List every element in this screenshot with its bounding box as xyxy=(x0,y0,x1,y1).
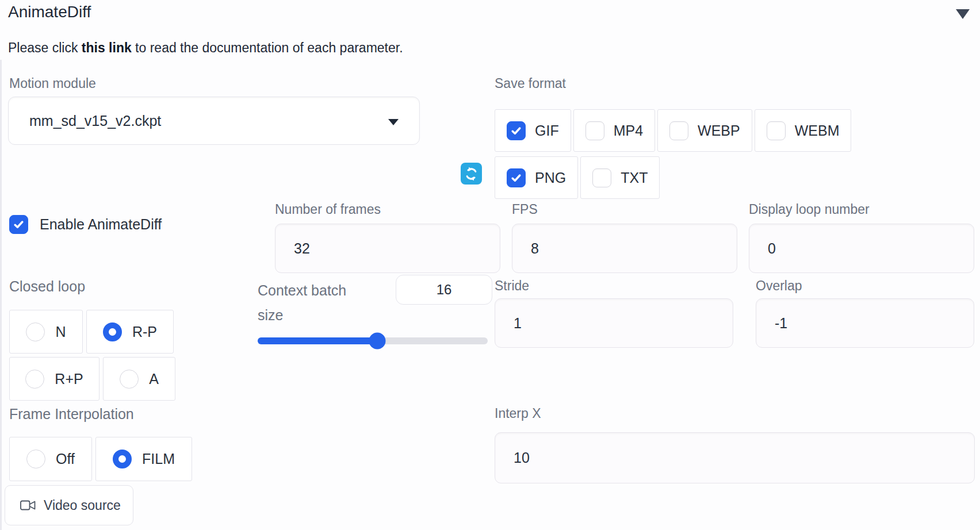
save-format-label: Save format xyxy=(495,76,566,91)
video-camera-icon xyxy=(20,500,36,510)
doc-link[interactable]: this link xyxy=(82,40,132,55)
slider-thumb[interactable] xyxy=(369,333,386,350)
refresh-motion-modules-button[interactable] xyxy=(461,163,482,185)
checkbox-label-txt: TXT xyxy=(621,170,648,186)
context-batch-size-slider[interactable] xyxy=(258,332,488,350)
number-of-frames-input[interactable] xyxy=(275,224,500,273)
panel-left-border xyxy=(0,60,2,530)
frame-interpolation-label: Frame Interpolation xyxy=(9,406,134,423)
refresh-cycle-icon xyxy=(464,166,479,182)
video-source-label: Video source xyxy=(44,498,121,513)
radio-label-a: A xyxy=(149,371,159,387)
interp-x-label: Interp X xyxy=(495,406,541,421)
fps-input[interactable] xyxy=(512,224,737,273)
checkbox-webp xyxy=(669,121,688,140)
radio-r-p xyxy=(103,322,122,341)
closed-loop-row-1: N R-P xyxy=(9,310,174,354)
radio-label-film: FILM xyxy=(142,451,175,467)
context-batch-size-number-input[interactable] xyxy=(396,275,492,305)
closed-loop-row-2: R+P A xyxy=(9,357,175,401)
checkbox-label-png: PNG xyxy=(535,170,566,186)
checkbox-png xyxy=(507,168,526,187)
overlap-label: Overlap xyxy=(756,278,802,294)
save-format-option-gif[interactable]: GIF xyxy=(495,109,571,152)
checkbox-label-webp: WEBP xyxy=(698,122,740,139)
context-batch-size-label: Context batch size xyxy=(258,278,367,328)
enable-animatediff-label: Enable AnimateDiff xyxy=(40,216,162,233)
save-format-option-webm[interactable]: WEBM xyxy=(755,109,852,152)
radio-off xyxy=(26,450,45,468)
frame-interpolation-option-film[interactable]: FILM xyxy=(95,437,192,481)
slider-fill xyxy=(258,337,377,344)
checkbox-gif xyxy=(507,121,526,140)
radio-label-off: Off xyxy=(56,451,75,467)
save-format-row-2: PNG TXT xyxy=(495,156,660,199)
closed-loop-option-r-p[interactable]: R-P xyxy=(86,310,174,354)
closed-loop-option-n[interactable]: N xyxy=(9,310,83,354)
doc-prefix: Please click xyxy=(8,40,82,55)
motion-module-value: mm_sd_v15_v2.ckpt xyxy=(29,113,161,129)
radio-label-r-p: R-P xyxy=(132,324,157,340)
frame-interpolation-row: Off FILM xyxy=(9,437,192,481)
stride-label: Stride xyxy=(495,278,529,294)
overlap-input[interactable] xyxy=(756,298,974,348)
interp-x-input[interactable] xyxy=(495,432,975,483)
fps-label: FPS xyxy=(512,202,538,217)
radio-n xyxy=(26,322,45,341)
closed-loop-option-r-plus-p[interactable]: R+P xyxy=(9,357,99,401)
enable-animatediff-checkbox[interactable]: Enable AnimateDiff xyxy=(9,215,162,234)
closed-loop-option-a[interactable]: A xyxy=(103,357,175,401)
animatediff-panel: AnimateDiff Please click this link to re… xyxy=(0,0,980,530)
doc-line: Please click this link to read the docum… xyxy=(8,40,403,56)
radio-label-n: N xyxy=(55,324,66,340)
save-format-option-txt[interactable]: TXT xyxy=(580,156,660,199)
number-of-frames-label: Number of frames xyxy=(275,202,381,217)
motion-module-label: Motion module xyxy=(9,76,96,91)
radio-a xyxy=(120,370,139,389)
motion-module-dropdown[interactable]: mm_sd_v15_v2.ckpt xyxy=(8,97,420,145)
checkbox-enable xyxy=(9,215,28,234)
checkbox-label-gif: GIF xyxy=(535,122,559,139)
save-format-option-webp[interactable]: WEBP xyxy=(657,109,752,152)
tab-video-source[interactable]: Video source xyxy=(5,485,133,525)
checkbox-txt xyxy=(592,168,611,187)
checkbox-label-webm: WEBM xyxy=(795,122,840,139)
stride-input[interactable] xyxy=(495,298,733,348)
collapse-arrow-icon[interactable] xyxy=(956,9,970,19)
save-format-option-png[interactable]: PNG xyxy=(495,156,578,199)
display-loop-number-input[interactable] xyxy=(749,224,974,273)
save-format-option-mp4[interactable]: MP4 xyxy=(573,109,655,152)
frame-interpolation-option-off[interactable]: Off xyxy=(9,437,92,481)
radio-r-plus-p xyxy=(25,370,44,389)
checkbox-label-mp4: MP4 xyxy=(614,122,643,139)
save-format-row-1: GIF MP4 WEBP WEBM xyxy=(495,109,851,152)
radio-label-r-plus-p: R+P xyxy=(55,371,83,387)
closed-loop-label: Closed loop xyxy=(9,278,85,295)
accordion-title[interactable]: AnimateDiff xyxy=(8,3,91,21)
display-loop-number-label: Display loop number xyxy=(749,202,870,217)
checkbox-webm xyxy=(767,121,786,140)
doc-suffix: to read the documentation of each parame… xyxy=(132,40,403,55)
dropdown-caret-icon xyxy=(388,119,399,125)
checkbox-mp4 xyxy=(585,121,604,140)
radio-film xyxy=(113,450,132,468)
